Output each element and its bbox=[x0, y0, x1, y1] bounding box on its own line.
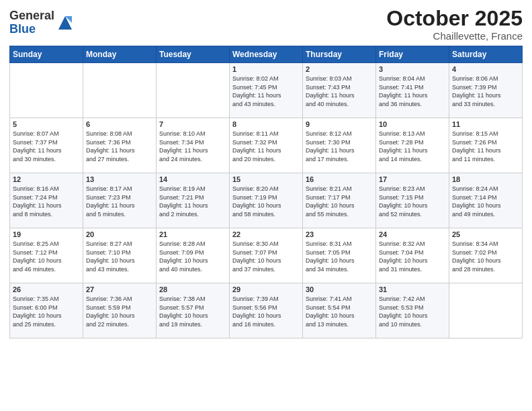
day-info: Sunrise: 8:19 AM Sunset: 7:21 PM Dayligh… bbox=[159, 185, 226, 218]
day-info: Sunrise: 8:08 AM Sunset: 7:36 PM Dayligh… bbox=[86, 130, 153, 163]
day-info: Sunrise: 7:41 AM Sunset: 5:54 PM Dayligh… bbox=[306, 295, 373, 328]
day-cell: 30Sunrise: 7:41 AM Sunset: 5:54 PM Dayli… bbox=[303, 283, 376, 338]
day-cell bbox=[157, 63, 230, 118]
day-info: Sunrise: 7:39 AM Sunset: 5:56 PM Dayligh… bbox=[232, 295, 300, 328]
day-number: 13 bbox=[86, 175, 153, 183]
week-row-4: 19Sunrise: 8:25 AM Sunset: 7:12 PM Dayli… bbox=[10, 228, 523, 283]
weekday-header-friday: Friday bbox=[376, 46, 449, 63]
day-cell: 17Sunrise: 8:23 AM Sunset: 7:15 PM Dayli… bbox=[376, 173, 449, 228]
day-number: 27 bbox=[86, 285, 153, 293]
day-info: Sunrise: 8:24 AM Sunset: 7:14 PM Dayligh… bbox=[452, 185, 519, 218]
day-info: Sunrise: 8:25 AM Sunset: 7:12 PM Dayligh… bbox=[13, 240, 80, 273]
day-cell: 7Sunrise: 8:10 AM Sunset: 7:34 PM Daylig… bbox=[157, 118, 230, 173]
day-number: 19 bbox=[13, 230, 80, 238]
logo-blue-text: Blue bbox=[9, 23, 54, 36]
day-number: 26 bbox=[13, 285, 80, 293]
day-number: 30 bbox=[306, 285, 373, 293]
day-info: Sunrise: 8:32 AM Sunset: 7:04 PM Dayligh… bbox=[379, 240, 446, 273]
day-number: 31 bbox=[379, 285, 446, 293]
day-number: 22 bbox=[232, 230, 300, 238]
weekday-header-saturday: Saturday bbox=[449, 46, 523, 63]
day-cell: 18Sunrise: 8:24 AM Sunset: 7:14 PM Dayli… bbox=[449, 173, 523, 228]
day-cell: 2Sunrise: 8:03 AM Sunset: 7:43 PM Daylig… bbox=[303, 63, 376, 118]
day-info: Sunrise: 7:36 AM Sunset: 5:59 PM Dayligh… bbox=[86, 295, 153, 328]
day-cell: 26Sunrise: 7:35 AM Sunset: 6:00 PM Dayli… bbox=[10, 283, 83, 338]
weekday-header-tuesday: Tuesday bbox=[157, 46, 230, 63]
day-cell: 22Sunrise: 8:30 AM Sunset: 7:07 PM Dayli… bbox=[230, 228, 303, 283]
day-number: 23 bbox=[306, 230, 373, 238]
calendar-table: SundayMondayTuesdayWednesdayThursdayFrid… bbox=[9, 46, 523, 338]
day-number: 17 bbox=[379, 175, 446, 183]
day-cell: 21Sunrise: 8:28 AM Sunset: 7:09 PM Dayli… bbox=[157, 228, 230, 283]
day-cell: 31Sunrise: 7:42 AM Sunset: 5:53 PM Dayli… bbox=[376, 283, 449, 338]
day-info: Sunrise: 8:06 AM Sunset: 7:39 PM Dayligh… bbox=[452, 75, 519, 108]
week-row-2: 5Sunrise: 8:07 AM Sunset: 7:37 PM Daylig… bbox=[10, 118, 523, 173]
day-info: Sunrise: 8:12 AM Sunset: 7:30 PM Dayligh… bbox=[306, 130, 373, 163]
day-cell: 3Sunrise: 8:04 AM Sunset: 7:41 PM Daylig… bbox=[376, 63, 449, 118]
day-cell: 23Sunrise: 8:31 AM Sunset: 7:05 PM Dayli… bbox=[303, 228, 376, 283]
weekday-header-wednesday: Wednesday bbox=[230, 46, 303, 63]
day-number: 9 bbox=[306, 120, 373, 128]
day-info: Sunrise: 8:20 AM Sunset: 7:19 PM Dayligh… bbox=[232, 185, 300, 218]
weekday-header-thursday: Thursday bbox=[303, 46, 376, 63]
day-info: Sunrise: 8:15 AM Sunset: 7:26 PM Dayligh… bbox=[452, 130, 519, 163]
day-cell: 20Sunrise: 8:27 AM Sunset: 7:10 PM Dayli… bbox=[83, 228, 157, 283]
day-info: Sunrise: 8:03 AM Sunset: 7:43 PM Dayligh… bbox=[306, 75, 373, 108]
day-info: Sunrise: 8:30 AM Sunset: 7:07 PM Dayligh… bbox=[232, 240, 300, 273]
day-number: 1 bbox=[232, 65, 300, 73]
logo-general-text: General bbox=[9, 9, 54, 23]
day-cell: 9Sunrise: 8:12 AM Sunset: 7:30 PM Daylig… bbox=[303, 118, 376, 173]
day-cell: 28Sunrise: 7:38 AM Sunset: 5:57 PM Dayli… bbox=[157, 283, 230, 338]
calendar-page: General Blue October 2025 Chaillevette, … bbox=[0, 0, 532, 411]
weekday-header-monday: Monday bbox=[83, 46, 157, 63]
day-cell: 5Sunrise: 8:07 AM Sunset: 7:37 PM Daylig… bbox=[10, 118, 83, 173]
day-cell: 14Sunrise: 8:19 AM Sunset: 7:21 PM Dayli… bbox=[157, 173, 230, 228]
week-row-1: 1Sunrise: 8:02 AM Sunset: 7:45 PM Daylig… bbox=[10, 63, 523, 118]
calendar-title: October 2025 bbox=[386, 7, 523, 30]
day-cell bbox=[449, 283, 523, 338]
header: General Blue October 2025 Chaillevette, … bbox=[9, 7, 523, 42]
day-cell: 11Sunrise: 8:15 AM Sunset: 7:26 PM Dayli… bbox=[449, 118, 523, 173]
day-number: 7 bbox=[159, 120, 226, 128]
day-number: 20 bbox=[86, 230, 153, 238]
day-cell: 15Sunrise: 8:20 AM Sunset: 7:19 PM Dayli… bbox=[230, 173, 303, 228]
day-number: 11 bbox=[452, 120, 519, 128]
day-cell: 29Sunrise: 7:39 AM Sunset: 5:56 PM Dayli… bbox=[230, 283, 303, 338]
day-number: 8 bbox=[232, 120, 300, 128]
day-number: 4 bbox=[452, 65, 519, 73]
day-number: 24 bbox=[379, 230, 446, 238]
day-cell: 12Sunrise: 8:16 AM Sunset: 7:24 PM Dayli… bbox=[10, 173, 83, 228]
day-cell bbox=[83, 63, 157, 118]
calendar-subtitle: Chaillevette, France bbox=[386, 30, 523, 42]
day-number: 16 bbox=[306, 175, 373, 183]
day-info: Sunrise: 8:21 AM Sunset: 7:17 PM Dayligh… bbox=[306, 185, 373, 218]
day-info: Sunrise: 7:38 AM Sunset: 5:57 PM Dayligh… bbox=[159, 295, 226, 328]
day-cell bbox=[10, 63, 83, 118]
week-row-3: 12Sunrise: 8:16 AM Sunset: 7:24 PM Dayli… bbox=[10, 173, 523, 228]
day-info: Sunrise: 8:34 AM Sunset: 7:02 PM Dayligh… bbox=[452, 240, 519, 273]
day-info: Sunrise: 8:10 AM Sunset: 7:34 PM Dayligh… bbox=[159, 130, 226, 163]
day-info: Sunrise: 8:28 AM Sunset: 7:09 PM Dayligh… bbox=[159, 240, 226, 273]
day-info: Sunrise: 7:42 AM Sunset: 5:53 PM Dayligh… bbox=[379, 295, 446, 328]
day-cell: 16Sunrise: 8:21 AM Sunset: 7:17 PM Dayli… bbox=[303, 173, 376, 228]
weekday-header-row: SundayMondayTuesdayWednesdayThursdayFrid… bbox=[10, 46, 523, 63]
day-number: 3 bbox=[379, 65, 446, 73]
logo-icon bbox=[56, 13, 75, 32]
day-number: 14 bbox=[159, 175, 226, 183]
day-number: 25 bbox=[452, 230, 519, 238]
day-cell: 4Sunrise: 8:06 AM Sunset: 7:39 PM Daylig… bbox=[449, 63, 523, 118]
day-info: Sunrise: 8:04 AM Sunset: 7:41 PM Dayligh… bbox=[379, 75, 446, 108]
day-number: 15 bbox=[232, 175, 300, 183]
day-cell: 27Sunrise: 7:36 AM Sunset: 5:59 PM Dayli… bbox=[83, 283, 157, 338]
day-info: Sunrise: 7:35 AM Sunset: 6:00 PM Dayligh… bbox=[13, 295, 80, 328]
day-number: 10 bbox=[379, 120, 446, 128]
day-number: 12 bbox=[13, 175, 80, 183]
day-cell: 25Sunrise: 8:34 AM Sunset: 7:02 PM Dayli… bbox=[449, 228, 523, 283]
day-number: 5 bbox=[13, 120, 80, 128]
logo: General Blue bbox=[9, 9, 75, 36]
day-number: 18 bbox=[452, 175, 519, 183]
day-info: Sunrise: 8:11 AM Sunset: 7:32 PM Dayligh… bbox=[232, 130, 300, 163]
title-block: October 2025 Chaillevette, France bbox=[386, 7, 523, 42]
day-cell: 6Sunrise: 8:08 AM Sunset: 7:36 PM Daylig… bbox=[83, 118, 157, 173]
day-cell: 19Sunrise: 8:25 AM Sunset: 7:12 PM Dayli… bbox=[10, 228, 83, 283]
